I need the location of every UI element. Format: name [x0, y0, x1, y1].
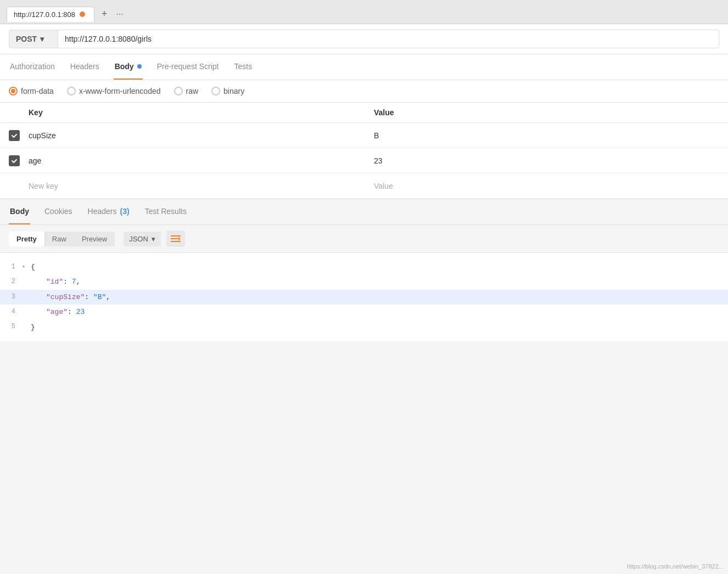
response-tab-body[interactable]: Body	[9, 199, 30, 224]
browser-tab-bar: http://127.0.0.1:808 + ···	[0, 0, 728, 24]
view-raw-button[interactable]: Raw	[44, 232, 74, 246]
row-cupsize-checkbox[interactable]	[9, 130, 20, 141]
json-viewer: 1 ▾ { 2 "id": 7, 3 "cupSize": "B", 4 "ag…	[0, 253, 728, 341]
more-options-button[interactable]: ···	[112, 7, 127, 22]
table-row: age 23	[0, 148, 728, 173]
kv-key-header: Key	[9, 108, 374, 117]
radio-raw-circle	[174, 87, 183, 95]
response-toolbar: Pretty Raw Preview JSON ▾	[0, 225, 728, 253]
response-tab-headers[interactable]: Headers (3)	[87, 199, 131, 224]
svg-rect-2	[171, 241, 181, 242]
radio-urlencoded-circle	[67, 87, 76, 95]
response-tab-test-results[interactable]: Test Results	[144, 199, 188, 224]
new-value-placeholder: Value	[374, 182, 719, 190]
tab-body[interactable]: Body	[114, 54, 143, 80]
tab-text: http://127.0.0.1:808	[14, 10, 75, 19]
radio-form-data-circle	[9, 87, 18, 95]
response-tabs: Body Cookies Headers (3) Test Results	[0, 199, 728, 225]
json-line-1: 1 ▾ {	[0, 260, 728, 274]
method-label: POST	[16, 35, 37, 43]
tab-status-dot	[80, 12, 85, 17]
row-age-value: 23	[374, 156, 719, 165]
row-age-checkbox[interactable]	[9, 155, 20, 166]
radio-urlencoded[interactable]: x-www-form-urlencoded	[67, 87, 161, 95]
json-line-4: 4 "age": 23	[0, 305, 728, 319]
tab-pre-request-script[interactable]: Pre-request Script	[156, 54, 220, 80]
response-tab-cookies[interactable]: Cookies	[43, 199, 74, 224]
view-button-group: Pretty Raw Preview	[9, 232, 115, 246]
radio-binary[interactable]: binary	[211, 87, 244, 95]
tab-tests[interactable]: Tests	[233, 54, 253, 80]
tab-authorization[interactable]: Authorization	[9, 54, 56, 80]
kv-table-header: Key Value	[0, 103, 728, 123]
headers-count-badge: (3)	[120, 207, 130, 216]
view-preview-button[interactable]: Preview	[74, 232, 115, 246]
body-type-bar: form-data x-www-form-urlencoded raw bina…	[0, 80, 728, 103]
row-cupsize-key: cupSize	[29, 131, 374, 140]
radio-raw[interactable]: raw	[174, 87, 199, 95]
json-line-3: 3 "cupSize": "B",	[0, 290, 728, 305]
request-bar: POST ▾	[0, 24, 728, 54]
radio-binary-circle	[211, 87, 220, 95]
format-label: JSON	[129, 235, 148, 243]
tab-headers[interactable]: Headers	[69, 54, 100, 80]
method-selector[interactable]: POST ▾	[9, 30, 58, 48]
table-row: cupSize B	[0, 123, 728, 148]
format-selector[interactable]: JSON ▾	[124, 232, 161, 246]
body-tab-badge	[137, 64, 142, 69]
svg-rect-1	[171, 238, 178, 239]
method-chevron-icon: ▾	[40, 35, 44, 43]
new-key-placeholder: New key	[29, 182, 374, 190]
radio-form-data[interactable]: form-data	[9, 87, 54, 95]
wrap-lines-button[interactable]	[166, 230, 185, 247]
row-age-key: age	[29, 156, 374, 165]
new-tab-button[interactable]: +	[97, 7, 112, 22]
kv-value-header: Value	[374, 108, 719, 117]
json-line-2: 2 "id": 7,	[0, 274, 728, 289]
request-nav-tabs: Authorization Headers Body Pre-request S…	[0, 54, 728, 80]
json-line-5: 5 }	[0, 320, 728, 335]
svg-rect-0	[171, 235, 181, 237]
row-cupsize-value: B	[374, 131, 719, 140]
kv-table: Key Value cupSize B age 23 New key Value	[0, 103, 728, 199]
format-chevron-icon: ▾	[152, 235, 155, 243]
kv-new-row[interactable]: New key Value	[0, 173, 728, 199]
browser-tab[interactable]: http://127.0.0.1:808	[7, 7, 94, 22]
view-pretty-button[interactable]: Pretty	[9, 232, 44, 246]
url-input[interactable]	[58, 30, 719, 48]
